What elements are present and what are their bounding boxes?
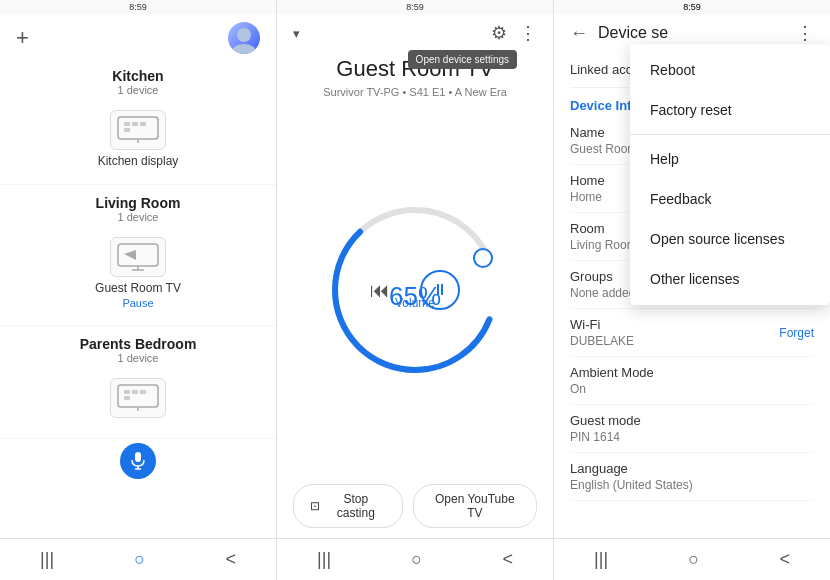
- time-2: 8:59: [406, 2, 424, 12]
- setting-value-guest-mode: PIN 1614: [570, 430, 814, 444]
- dropdown-item-factory-reset[interactable]: Factory reset: [630, 90, 830, 130]
- setting-row-ambient[interactable]: Ambient Mode On: [570, 357, 814, 405]
- dropdown-item-feedback[interactable]: Feedback: [630, 179, 830, 219]
- stop-casting-button[interactable]: ⊡ Stop casting: [293, 484, 403, 528]
- svg-rect-4: [132, 122, 138, 126]
- pause-action[interactable]: Pause: [122, 297, 153, 309]
- nav-back-icon-3[interactable]: <: [779, 549, 790, 570]
- svg-point-0: [237, 28, 251, 42]
- panel2-icons: ⚙ Open device settings ⋮: [491, 22, 537, 44]
- setting-label-language: Language: [570, 461, 814, 476]
- device-name-kitchen-display: Kitchen display: [98, 154, 179, 168]
- svg-rect-17: [135, 452, 141, 462]
- setting-row-wifi: Wi-Fi DUBELAKE Forget: [570, 309, 814, 357]
- panel-device-settings: 8:59 ← Device se ⋮ Reboot Factory reset …: [554, 0, 830, 580]
- svg-rect-3: [124, 122, 130, 126]
- nav-lines-icon-3[interactable]: |||: [594, 549, 608, 570]
- wifi-info: Wi-Fi DUBELAKE: [570, 317, 634, 348]
- svg-rect-5: [140, 122, 146, 126]
- bottom-nav-3: ||| ○ <: [554, 538, 830, 580]
- microphone-area: [0, 443, 276, 479]
- nav-home-icon[interactable]: ○: [134, 549, 145, 570]
- forget-button[interactable]: Forget: [779, 326, 814, 340]
- volume-container: ⏮ ⏸ 65% Volume: [277, 106, 553, 474]
- svg-rect-12: [124, 390, 130, 394]
- device-group-kitchen: Kitchen 1 device Kitchen display: [0, 58, 276, 185]
- device-group-living-room: Living Room 1 device Guest Room TV Pause: [0, 185, 276, 326]
- svg-rect-8: [118, 244, 158, 266]
- group-count-kitchen: 1 device: [16, 84, 260, 96]
- device-item-guest-room-tv[interactable]: Guest Room TV Pause: [16, 231, 260, 315]
- nav-home-icon-2[interactable]: ○: [411, 549, 422, 570]
- device-item-kitchen-display[interactable]: Kitchen display: [16, 104, 260, 174]
- nav-lines-icon[interactable]: |||: [40, 549, 54, 570]
- nav-back-icon-2[interactable]: <: [502, 549, 513, 570]
- gear-tooltip-container: ⚙ Open device settings: [491, 22, 507, 44]
- skip-back-icon[interactable]: ⏮: [370, 279, 390, 302]
- volume-label: Volume: [395, 296, 435, 310]
- panel-home-devices: 8:59 + Kitchen 1 device: [0, 0, 277, 580]
- svg-rect-2: [118, 117, 158, 139]
- setting-row-guest-mode[interactable]: Guest mode PIN 1614: [570, 405, 814, 453]
- group-title-kitchen: Kitchen: [16, 68, 260, 84]
- more-vert-icon[interactable]: ⋮: [519, 22, 537, 44]
- setting-value-language: English (United States): [570, 478, 814, 492]
- svg-rect-15: [124, 396, 130, 400]
- group-count-parents-bedroom: 1 device: [16, 352, 260, 364]
- time-1: 8:59: [129, 2, 147, 12]
- dropdown-item-other-licenses[interactable]: Other licenses: [630, 259, 830, 299]
- device-name-guest-tv: Guest Room TV: [95, 281, 181, 295]
- gear-icon[interactable]: ⚙: [491, 23, 507, 43]
- dropdown-menu: Reboot Factory reset Help Feedback Open …: [630, 44, 830, 305]
- setting-label-wifi: Wi-Fi: [570, 317, 634, 332]
- setting-label-guest-mode: Guest mode: [570, 413, 814, 428]
- time-3: 8:59: [683, 2, 701, 12]
- panel1-topbar: +: [0, 14, 276, 58]
- panel2-topbar: ▾ ⚙ Open device settings ⋮: [277, 14, 553, 52]
- device-settings-title: Device se: [598, 24, 786, 42]
- group-count-living-room: 1 device: [16, 211, 260, 223]
- gear-tooltip-text: Open device settings: [408, 50, 517, 69]
- status-bar-2: 8:59: [277, 0, 553, 14]
- status-bar-1: 8:59: [0, 0, 276, 14]
- setting-value-ambient: On: [570, 382, 814, 396]
- device-group-parents-bedroom: Parents Bedroom 1 device: [0, 326, 276, 439]
- status-bar-3: 8:59: [554, 0, 830, 14]
- overflow-menu-icon[interactable]: ⋮: [796, 22, 814, 44]
- bottom-nav-1: ||| ○ <: [0, 538, 276, 580]
- nav-lines-icon-2[interactable]: |||: [317, 549, 331, 570]
- setting-row-language[interactable]: Language English (United States): [570, 453, 814, 501]
- now-playing-subtitle: Survivor TV-PG • S41 E1 • A New Era: [277, 82, 553, 106]
- svg-rect-11: [118, 385, 158, 407]
- device-icon-parents: [110, 378, 166, 418]
- svg-point-22: [474, 249, 492, 267]
- dropdown-item-open-source[interactable]: Open source licenses: [630, 219, 830, 259]
- setting-label-ambient: Ambient Mode: [570, 365, 814, 380]
- add-button[interactable]: +: [16, 25, 29, 51]
- bottom-nav-2: ||| ○ <: [277, 538, 553, 580]
- nav-home-icon-3[interactable]: ○: [688, 549, 699, 570]
- panel2-buttons: ⊡ Stop casting Open YouTube TV: [277, 474, 553, 538]
- svg-rect-14: [140, 390, 146, 394]
- dropdown-item-reboot[interactable]: Reboot: [630, 50, 830, 90]
- device-icon-display: [110, 110, 166, 150]
- group-title-parents-bedroom: Parents Bedroom: [16, 336, 260, 352]
- setting-value-wifi: DUBELAKE: [570, 334, 634, 348]
- cast-icon: ⊡: [310, 499, 320, 513]
- back-button[interactable]: ←: [570, 23, 588, 44]
- avatar[interactable]: [228, 22, 260, 54]
- device-icon-tv: [110, 237, 166, 277]
- open-youtube-tv-button[interactable]: Open YouTube TV: [413, 484, 537, 528]
- dropdown-arrow[interactable]: ▾: [293, 26, 300, 41]
- device-item-parents-display[interactable]: [16, 372, 260, 428]
- group-title-living-room: Living Room: [16, 195, 260, 211]
- nav-back-icon[interactable]: <: [225, 549, 236, 570]
- svg-rect-6: [124, 128, 130, 132]
- microphone-button[interactable]: [120, 443, 156, 479]
- svg-point-1: [232, 44, 256, 54]
- dropdown-item-help[interactable]: Help: [630, 139, 830, 179]
- svg-rect-13: [132, 390, 138, 394]
- panel-now-playing: 8:59 ▾ ⚙ Open device settings ⋮ Guest Ro…: [277, 0, 554, 580]
